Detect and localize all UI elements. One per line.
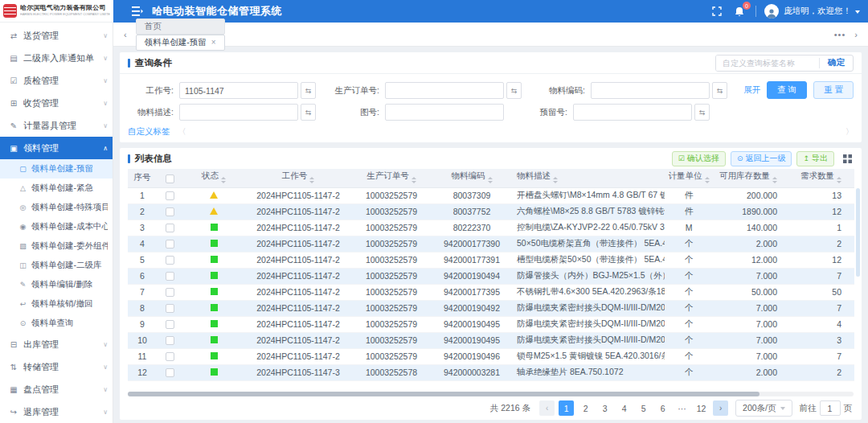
page-number-1[interactable]: 1: [559, 400, 574, 416]
row-checkbox[interactable]: [166, 240, 174, 248]
row-checkbox[interactable]: [166, 304, 174, 313]
horizontal-scrollbar[interactable]: [128, 392, 854, 396]
sidebar-item-outbound[interactable]: ⊟出库管理∨: [0, 333, 113, 355]
table-row[interactable]: 62024HPC1105-1147-2100032525799420001904…: [128, 268, 854, 284]
collapse-sidebar-icon[interactable]: [131, 5, 144, 18]
tab-scroll-left-icon[interactable]: ‹: [120, 30, 131, 39]
table-row[interactable]: 42024HPC1105-1147-2100032525799420001773…: [128, 236, 854, 252]
confirm-select-button[interactable]: ☑确认选择: [672, 151, 726, 166]
row-checkbox[interactable]: [166, 320, 174, 329]
material-desc-input[interactable]: [179, 104, 298, 121]
page-number-4[interactable]: 4: [616, 400, 632, 416]
sidebar-subitem-query[interactable]: ⊙领料单查询: [0, 314, 113, 333]
table-row[interactable]: 12024HPC1105-1147-21000325257980037309开槽…: [128, 187, 854, 203]
row-checkbox[interactable]: [166, 336, 174, 345]
table-row[interactable]: 32024HPC1105-1147-21000325257980222370控制…: [128, 220, 854, 236]
row-checkbox[interactable]: [166, 368, 174, 377]
sort-icon[interactable]: [309, 175, 314, 186]
user-menu-caret-icon[interactable]: [855, 10, 860, 16]
tab-scroll-right-icon[interactable]: ›: [850, 30, 862, 39]
table-row[interactable]: 122024HPC1105-1147-310003252578942000003…: [128, 364, 854, 380]
row-checkbox[interactable]: [166, 352, 174, 361]
sidebar-item-quality-check[interactable]: ☑质检管理∨: [0, 69, 113, 92]
export-button[interactable]: ↥导出: [796, 151, 834, 166]
back-up-level-button[interactable]: ⊙返回上一级: [731, 151, 792, 166]
sidebar-subitem-urgent[interactable]: △领料单创建-紧急: [0, 179, 113, 198]
page-number-3[interactable]: 3: [597, 400, 612, 416]
fullscreen-icon[interactable]: [710, 5, 723, 18]
sidebar-item-return-store[interactable]: ↪退库管理∨: [0, 400, 113, 423]
sidebar-subitem-reserve-doc[interactable]: ▢领料单创建-预留: [0, 159, 113, 179]
sort-icon[interactable]: [837, 175, 841, 186]
tab-more-icon[interactable]: •••: [829, 30, 851, 39]
confirm-tag-button[interactable]: 确定: [820, 57, 853, 68]
col-header-order_no[interactable]: 生产订单号: [351, 169, 432, 187]
multi-value-icon[interactable]: ⇆: [694, 104, 710, 121]
sidebar-subitem-special-project[interactable]: ◎领料单创建-特殊项目: [0, 198, 113, 217]
table-row[interactable]: 72024HPC1105-1147-2100032525799420001773…: [128, 284, 854, 300]
sidebar-item-transfer[interactable]: ⇅转储管理∨: [0, 355, 113, 378]
sidebar-subitem-edit-delete[interactable]: ✎领料单编辑/删除: [0, 275, 113, 294]
custom-tag-link[interactable]: 自定义标签: [128, 126, 170, 138]
tab-home[interactable]: 首页: [136, 18, 225, 35]
table-row[interactable]: 22024HPC1105-1147-21000325257980037752六角…: [128, 203, 854, 220]
sidebar-item-material-request[interactable]: ▣领料管理∧: [0, 137, 113, 159]
page-number-2[interactable]: 2: [578, 400, 593, 416]
row-checkbox[interactable]: [166, 224, 174, 232]
page-number-6[interactable]: 6: [655, 400, 670, 416]
multi-value-icon[interactable]: ⇆: [301, 104, 316, 121]
reserve-no-input[interactable]: [573, 104, 692, 121]
tag-strip-left-icon[interactable]: 〈: [178, 126, 186, 138]
sidebar-item-measuring-tool[interactable]: ✎计量器具管理∨: [0, 114, 113, 137]
next-page-button[interactable]: ›: [713, 400, 728, 416]
col-header-material_desc[interactable]: 物料描述: [512, 169, 665, 187]
table-row[interactable]: 52024HPC1105-1147-2100032525799420001773…: [128, 252, 854, 268]
col-header-unit[interactable]: 计量单位: [665, 169, 713, 187]
row-checkbox[interactable]: [166, 191, 174, 200]
sidebar-item-stocktaking[interactable]: ▦盘点管理∨: [0, 378, 113, 400]
table-row[interactable]: 92024HPC1105-1147-2100032525799420001904…: [128, 316, 854, 332]
material-code-input[interactable]: [591, 82, 710, 99]
user-greeting[interactable]: 庞培明，欢迎您！: [784, 6, 851, 17]
work-no-input[interactable]: [179, 82, 298, 99]
production-order-no-input[interactable]: [385, 82, 504, 99]
vertical-scrollbar[interactable]: [856, 188, 860, 277]
sidebar-item-delivery[interactable]: ⇄送货管理∨: [0, 24, 113, 47]
search-button[interactable]: 查 询: [767, 81, 807, 99]
row-checkbox[interactable]: [166, 272, 174, 281]
sort-icon[interactable]: [488, 175, 493, 186]
sidebar-subitem-secondary-store[interactable]: ◫领料单创建-二级库: [0, 256, 113, 275]
page-number-5[interactable]: 5: [636, 400, 651, 416]
sort-icon[interactable]: [221, 175, 226, 186]
sidebar-subitem-cost-center[interactable]: ◉领料单创建-成本中心: [0, 217, 113, 236]
sidebar-item-inbound-notice[interactable]: ▤二级库入库通知单∨: [0, 47, 113, 69]
reset-button[interactable]: 重 置: [813, 81, 854, 99]
sort-icon[interactable]: [411, 175, 416, 186]
col-header-status[interactable]: 状态: [182, 169, 245, 187]
row-checkbox[interactable]: [166, 288, 174, 297]
user-avatar[interactable]: [764, 4, 779, 18]
drawing-no-input[interactable]: [385, 104, 504, 121]
goto-page-input[interactable]: [820, 400, 841, 416]
column-settings-icon[interactable]: [841, 152, 854, 165]
prev-page-button[interactable]: ‹: [539, 400, 555, 416]
table-row[interactable]: 112024HPC1105-1147-210003252579942000190…: [128, 348, 854, 364]
sidebar-subitem-writeoff-recall[interactable]: ↩领料单核销/撤回: [0, 294, 113, 314]
expand-filters-link[interactable]: 展开: [743, 84, 760, 96]
page-size-select[interactable]: 200条/页: [735, 400, 792, 417]
row-checkbox[interactable]: [166, 256, 174, 265]
page-number-12[interactable]: 12: [694, 400, 709, 416]
sort-icon[interactable]: [553, 175, 558, 186]
col-header-material_code[interactable]: 物料编码: [432, 169, 512, 187]
multi-value-icon[interactable]: ⇆: [506, 82, 522, 99]
multi-value-icon[interactable]: ⇆: [712, 82, 727, 99]
sidebar-subitem-outsourced-part[interactable]: ▧领料单创建-委外组件: [0, 236, 113, 256]
custom-tag-name-input[interactable]: [716, 55, 819, 71]
tab-close-icon[interactable]: ×: [211, 38, 216, 47]
tag-strip-right-icon[interactable]: 〉: [845, 126, 854, 138]
sidebar-item-receiving[interactable]: ⊞收货管理∨: [0, 92, 113, 114]
col-header-available[interactable]: 可用库存数量: [713, 169, 790, 187]
col-header-demand[interactable]: 需求数量: [790, 169, 854, 187]
sort-icon[interactable]: [705, 175, 710, 186]
table-row[interactable]: 102024HPC1105-1147-210003252579942000190…: [128, 332, 854, 348]
